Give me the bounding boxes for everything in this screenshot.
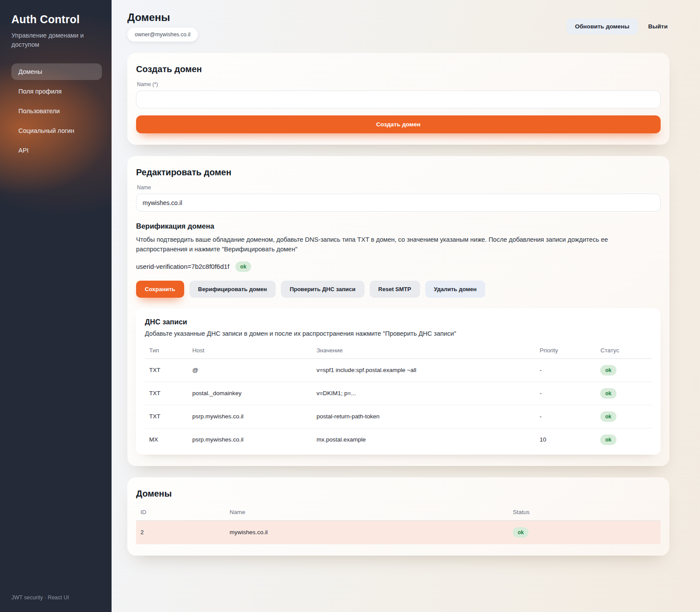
edit-domain-title: Редактировать домен [136,167,661,177]
dns-cell-priority: - [535,382,596,405]
create-name-label: Name (*) [137,81,660,87]
dns-col-host: Host [188,342,312,359]
domains-table: ID Name Status 2 mywishes.co.il ok [136,504,661,544]
create-domain-title: Создать домен [136,64,661,74]
verification-status-badge: ok [235,261,251,272]
dns-records-table: Тип Host Значение Priority Статус TXT @ … [145,342,652,451]
dns-col-priority: Priority [535,342,596,359]
dns-cell-priority: 10 [535,428,596,451]
sidebar-item-users[interactable]: Пользователи [11,103,102,119]
sidebar-item-api[interactable]: API [11,142,102,159]
app-root: Auth Control Управление доменами и досту… [0,0,700,612]
dns-col-status: Статус [596,342,652,359]
domains-list-title: Домены [136,489,661,499]
dns-cell-type: MX [145,428,188,451]
page-header-left: Домены owner@mywishes.co.il [127,11,198,42]
dns-cell-type: TXT [145,382,188,405]
dns-col-type: Тип [145,342,188,359]
reset-smtp-button[interactable]: Reset SMTP [370,281,420,298]
dns-cell-status: ok [596,428,652,451]
domain-cell-status: ok [508,520,661,544]
table-row: TXT psrp.mywishes.co.il postal-return-pa… [145,405,652,428]
refresh-domains-button[interactable]: Обновить домены [567,18,637,35]
dns-cell-host: postal._domainkey [188,382,312,405]
verification-token: userid-verification=7b2c8f0f6d1f [136,263,229,270]
status-badge: ok [600,435,616,445]
dns-cell-value: v=spf1 include:spf.postal.example ~all [312,358,535,382]
status-badge: ok [600,411,616,422]
dns-cell-type: TXT [145,405,188,428]
verification-title: Верификация домена [136,222,661,230]
domain-cell-name: mywishes.co.il [225,520,508,544]
page-title: Домены [127,11,198,24]
verify-domain-button[interactable]: Верифицировать домен [189,281,276,298]
edit-name-input[interactable] [136,194,661,212]
domain-row-selected[interactable]: 2 mywishes.co.il ok [136,520,661,544]
create-domain-button[interactable]: Создать домен [136,115,661,133]
dns-cell-status: ok [596,382,652,405]
sidebar-item-social-login[interactable]: Социальный логин [11,122,102,139]
create-name-input[interactable] [136,90,661,108]
table-row: TXT @ v=spf1 include:spf.postal.example … [145,358,652,382]
domains-col-status: Status [508,504,661,521]
verification-token-row: userid-verification=7b2c8f0f6d1f ok [136,261,661,272]
sidebar-footer-note: JWT security · React UI [11,595,102,601]
domain-cell-id: 2 [136,520,225,544]
status-badge: ok [513,527,528,538]
check-dns-button[interactable]: Проверить ДНС записи [281,281,364,298]
page-header: Домены owner@mywishes.co.il Обновить дом… [127,11,669,42]
logout-button[interactable]: Выйти [647,18,670,35]
dns-cell-host: psrp.mywishes.co.il [188,428,312,451]
main-content: Домены owner@mywishes.co.il Обновить дом… [112,0,700,612]
table-row: MX psrp.mywishes.co.il mx.postal.example… [145,428,652,451]
dns-cell-host: psrp.mywishes.co.il [188,405,312,428]
dns-cell-value: mx.postal.example [312,428,535,451]
user-email-badge: owner@mywishes.co.il [127,28,198,42]
dns-cell-value: v=DKIM1; p=... [312,382,535,405]
dns-records-card: ДНС записи Добавьте указанные ДНС записи… [136,308,661,455]
status-badge: ok [600,365,616,376]
edit-name-label: Name [137,184,660,191]
dns-cell-host: @ [188,358,312,382]
app-subtitle: Управление доменами и доступом [11,31,92,49]
dns-cell-priority: - [535,358,596,382]
table-row: TXT postal._domainkey v=DKIM1; p=... - o… [145,382,652,405]
verification-description: Чтобы подтвердить ваше обладание доменом… [136,235,657,254]
save-button[interactable]: Сохранить [136,281,184,298]
domains-col-name: Name [225,504,508,521]
edit-domain-card: Редактировать домен Name Верификация дом… [127,156,669,466]
dns-records-description: Добавьте указанные ДНС записи в домен и … [145,330,652,337]
dns-cell-status: ok [596,358,652,382]
dns-cell-status: ok [596,405,652,428]
domains-table-header-row: ID Name Status [136,504,661,521]
header-actions: Обновить домены Выйти [567,18,669,35]
domains-list-card: Домены ID Name Status 2 mywishes.co.il o… [127,477,669,556]
dns-cell-type: TXT [145,358,188,382]
sidebar: Auth Control Управление доменами и досту… [0,0,112,612]
domains-col-id: ID [136,504,225,521]
dns-col-value: Значение [312,342,535,359]
dns-cell-value: postal-return-path-token [312,405,535,428]
dns-records-title: ДНС записи [145,318,652,326]
create-domain-card: Создать домен Name (*) Создать домен [127,53,669,145]
app-title: Auth Control [11,13,102,26]
delete-domain-button[interactable]: Удалить домен [425,281,486,298]
dns-table-header-row: Тип Host Значение Priority Статус [145,342,652,359]
dns-cell-priority: - [535,405,596,428]
sidebar-item-profile-fields[interactable]: Поля профиля [11,83,102,100]
status-badge: ok [600,388,616,399]
sidebar-nav: Домены Поля профиля Пользователи Социаль… [11,63,102,159]
domain-actions-row: Сохранить Верифицировать домен Проверить… [136,281,661,298]
sidebar-item-domains[interactable]: Домены [11,63,102,80]
